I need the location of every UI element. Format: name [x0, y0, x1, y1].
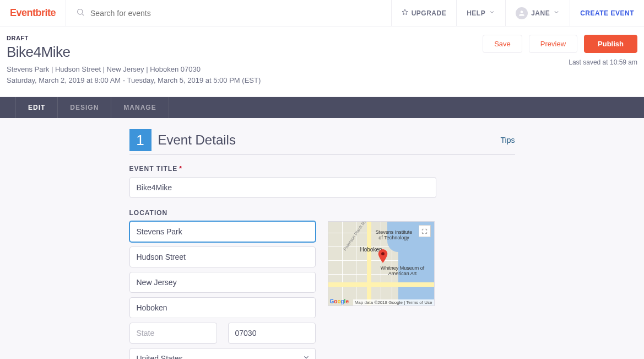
event-title-input[interactable]	[129, 177, 436, 198]
city-input[interactable]	[129, 297, 316, 318]
google-map-logo: Google	[330, 298, 349, 304]
event-title: Bike4Mike	[7, 44, 261, 61]
star-icon	[402, 9, 408, 17]
help-menu[interactable]: HELP	[456, 0, 505, 26]
chevron-down-icon	[553, 9, 560, 17]
logo[interactable]: Eventbrite	[0, 7, 66, 19]
map-poi-label: Stevens Institute of Technology	[374, 230, 415, 241]
map-credits: Map data ©2018 Google | Terms of Use	[353, 299, 434, 306]
search-input[interactable]	[90, 9, 311, 18]
save-button[interactable]: Save	[483, 35, 522, 53]
avatar-icon	[516, 7, 528, 19]
tips-link[interactable]: Tips	[501, 136, 515, 144]
user-label: JANE	[531, 9, 550, 17]
section-title: Event Details	[158, 132, 501, 148]
step-badge: 1	[129, 129, 151, 151]
upgrade-link[interactable]: UPGRADE	[391, 0, 457, 26]
chevron-down-icon	[489, 9, 495, 17]
map-pin-icon	[377, 249, 386, 258]
publish-button[interactable]: Publish	[584, 35, 637, 53]
title-label: EVENT TITLE*	[129, 165, 515, 173]
zip-input[interactable]	[228, 323, 316, 344]
preview-button[interactable]: Preview	[529, 35, 577, 53]
tab-edit[interactable]: EDIT	[15, 97, 58, 118]
state-input[interactable]	[129, 323, 217, 344]
user-menu[interactable]: JANE	[505, 0, 570, 26]
country-select[interactable]	[129, 348, 316, 359]
upgrade-label: UPGRADE	[412, 9, 447, 17]
map-preview[interactable]: Stevens Institute of Technology Whitney …	[328, 221, 435, 306]
svg-line-1	[82, 14, 84, 15]
create-event-link[interactable]: CREATE EVENT	[570, 0, 644, 26]
map-poi-label: Whitney Museum of American Art	[378, 266, 427, 277]
event-dates-summary: Saturday, March 2, 2019 at 8:00 AM - Tue…	[7, 75, 261, 86]
svg-point-3	[381, 252, 385, 255]
svg-marker-2	[402, 9, 408, 15]
region-input[interactable]	[129, 272, 316, 293]
venue-input[interactable]	[129, 221, 316, 242]
tab-manage[interactable]: MANAGE	[111, 97, 169, 118]
location-label: LOCATION	[129, 209, 515, 217]
street-input[interactable]	[129, 247, 316, 267]
event-loc-summary: Stevens Park | Hudson Street | New Jerse…	[7, 64, 261, 75]
help-label: HELP	[467, 9, 485, 17]
map-expand-button[interactable]	[419, 225, 431, 237]
search-wrap	[66, 0, 391, 26]
tab-design[interactable]: DESIGN	[58, 97, 111, 118]
svg-point-0	[78, 9, 83, 14]
search-icon	[76, 8, 85, 19]
last-saved-text: Last saved at 10:59 am	[483, 58, 637, 66]
draft-badge: DRAFT	[7, 35, 261, 41]
